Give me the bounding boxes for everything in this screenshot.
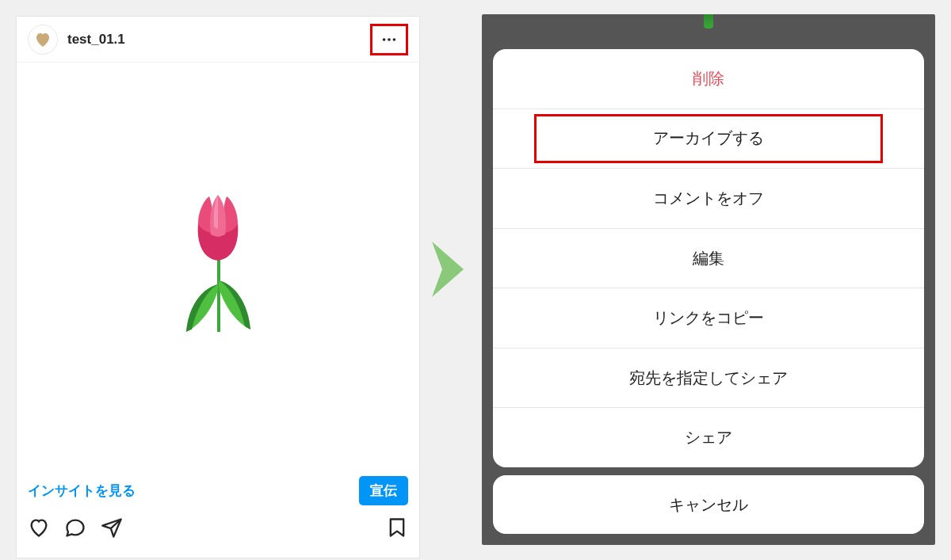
sheet-item-4[interactable]: リンクをコピー <box>493 288 924 349</box>
username-label[interactable]: test_01.1 <box>67 32 370 48</box>
sheet-item-5[interactable]: 宛先を指定してシェア <box>493 349 924 409</box>
post-footer: インサイトを見る 宣伝 <box>17 467 419 542</box>
like-button[interactable] <box>28 516 50 542</box>
more-options-button[interactable] <box>370 24 408 55</box>
tulip-emoji-image <box>174 193 262 336</box>
cancel-button[interactable]: キャンセル <box>493 475 924 534</box>
sheet-item-1[interactable]: アーカイブする <box>493 109 924 170</box>
insights-row: インサイトを見る 宣伝 <box>28 476 408 505</box>
bookmark-icon <box>386 516 408 539</box>
comment-icon <box>64 516 86 539</box>
sheet-item-0[interactable]: 削除 <box>493 49 924 109</box>
avatar[interactable] <box>28 25 58 55</box>
action-icons-row <box>28 516 408 542</box>
svg-point-0 <box>383 38 386 41</box>
stem-peek <box>704 14 713 29</box>
comment-button[interactable] <box>64 516 86 542</box>
heart-outline-icon <box>28 516 50 539</box>
sheet-item-6[interactable]: シェア <box>493 408 924 467</box>
sheet-gap <box>493 14 924 49</box>
view-insights-link[interactable]: インサイトを見る <box>28 482 136 500</box>
heart-icon <box>33 30 52 49</box>
svg-point-1 <box>388 38 391 41</box>
svg-point-2 <box>393 38 396 41</box>
sheet-item-3[interactable]: 編集 <box>493 229 924 289</box>
promote-button[interactable]: 宣伝 <box>359 476 408 505</box>
share-button[interactable] <box>101 516 123 542</box>
action-sheet: 削除アーカイブするコメントをオフ編集リンクをコピー宛先を指定してシェアシェア <box>493 49 924 467</box>
action-sheet-overlay: 削除アーカイブするコメントをオフ編集リンクをコピー宛先を指定してシェアシェア キ… <box>482 14 935 545</box>
post-header: test_01.1 <box>17 17 419 63</box>
send-icon <box>101 516 123 539</box>
instagram-post-panel: test_01.1 イン <box>16 16 420 558</box>
arrow-right-icon <box>428 238 468 301</box>
sheet-item-2[interactable]: コメントをオフ <box>493 169 924 229</box>
post-image-area[interactable] <box>17 63 419 467</box>
more-icon <box>380 31 398 48</box>
bookmark-button[interactable] <box>386 516 408 542</box>
